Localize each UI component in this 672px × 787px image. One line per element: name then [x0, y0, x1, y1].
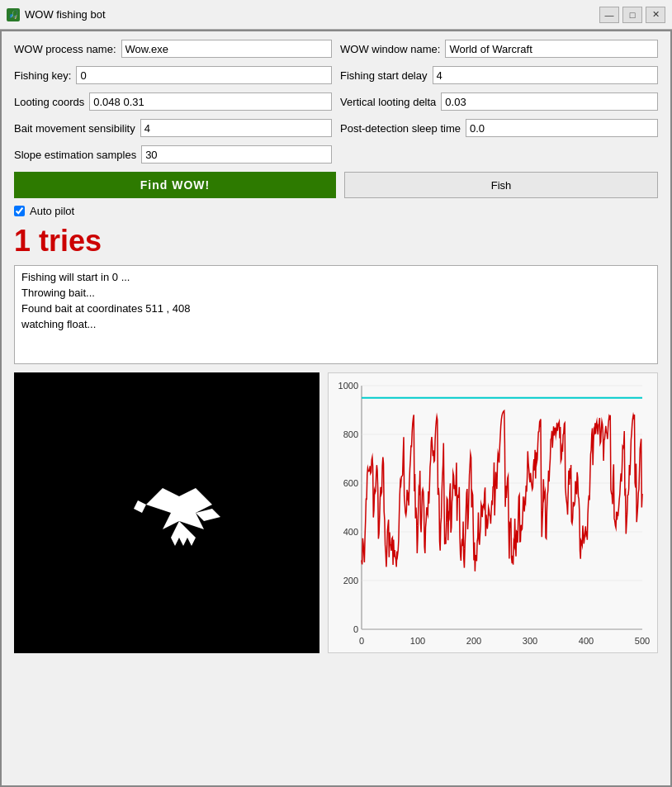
log-box[interactable]: Fishing will start in 0 ...Throwing bait…: [14, 265, 658, 364]
bottom-panels: [14, 372, 658, 653]
window-name-label: WOW window name:: [340, 43, 440, 55]
process-name-group: WOW process name:: [14, 40, 332, 58]
fish-col: Fish: [344, 172, 658, 198]
buttons-row: Find WOW! Fish: [14, 172, 658, 198]
window-title: WOW fishing bot: [25, 8, 106, 21]
vertical-looting-group: Vertical looting delta: [340, 92, 658, 111]
tries-count: 1: [14, 224, 31, 258]
fishing-delay-label: Fishing start delay: [340, 69, 428, 82]
post-detection-input[interactable]: [466, 119, 658, 137]
bait-movement-input[interactable]: [140, 119, 332, 137]
row-process-window: WOW process name: WOW window name:: [14, 40, 658, 58]
maximize-button[interactable]: □: [622, 7, 642, 23]
looting-coords-label: Looting coords: [14, 96, 84, 108]
row-looting: Looting coords Vertical looting delta: [14, 92, 658, 111]
window-controls: — □ ✕: [599, 7, 665, 23]
main-content: WOW process name: WOW window name: Fishi…: [0, 30, 672, 787]
title-bar: 🎣 WOW fishing bot — □ ✕: [0, 0, 672, 30]
app-icon: 🎣: [7, 8, 20, 21]
slope-input[interactable]: [141, 145, 332, 164]
camera-svg: [14, 372, 319, 653]
bait-movement-label: Bait movement sensibility: [14, 122, 135, 135]
row-slope: Slope estimation samples: [14, 145, 658, 164]
auto-pilot-checkbox[interactable]: [14, 206, 25, 216]
auto-pilot-row: Auto pilot: [14, 205, 658, 217]
close-button[interactable]: ✕: [646, 7, 665, 23]
fishing-delay-group: Fishing start delay: [340, 66, 658, 84]
find-wow-col: Find WOW!: [14, 172, 336, 198]
post-detection-group: Post-detection sleep time: [340, 119, 658, 137]
post-detection-label: Post-detection sleep time: [340, 122, 461, 135]
bait-movement-group: Bait movement sensibility: [14, 119, 332, 137]
auto-pilot-label: Auto pilot: [30, 205, 74, 217]
tries-label: tries: [39, 224, 102, 258]
row-bait: Bait movement sensibility Post-detection…: [14, 119, 658, 137]
camera-panel: [14, 372, 319, 653]
row-fishing: Fishing key: Fishing start delay: [14, 66, 658, 84]
window-name-input[interactable]: [445, 40, 658, 58]
vertical-looting-input[interactable]: [441, 92, 658, 111]
looting-coords-group: Looting coords: [14, 92, 332, 111]
title-bar-left: 🎣 WOW fishing bot: [7, 8, 106, 21]
fishing-delay-input[interactable]: [433, 66, 659, 84]
tries-display: 1 tries: [14, 224, 658, 258]
fishing-key-group: Fishing key:: [14, 66, 332, 84]
window-name-group: WOW window name:: [340, 40, 658, 58]
vertical-looting-label: Vertical looting delta: [340, 96, 436, 108]
fish-button[interactable]: Fish: [344, 172, 658, 198]
minimize-button[interactable]: —: [599, 7, 619, 23]
process-name-input[interactable]: [121, 40, 332, 58]
process-name-label: WOW process name:: [14, 43, 116, 55]
svg-rect-0: [14, 372, 319, 653]
slope-label: Slope estimation samples: [14, 149, 136, 161]
log-line: Found bait at coordinates 511 , 408: [21, 302, 651, 315]
fishing-key-label: Fishing key:: [14, 69, 71, 82]
log-line: Throwing bait...: [21, 287, 651, 299]
chart-panel: [328, 372, 658, 653]
looting-coords-input[interactable]: [89, 92, 332, 111]
log-line: watching float...: [21, 318, 651, 330]
fishing-key-input[interactable]: [76, 66, 332, 84]
chart-canvas: [329, 373, 651, 653]
slope-group: Slope estimation samples: [14, 145, 332, 164]
find-wow-button[interactable]: Find WOW!: [14, 172, 336, 198]
log-line: Fishing will start in 0 ...: [21, 271, 651, 283]
